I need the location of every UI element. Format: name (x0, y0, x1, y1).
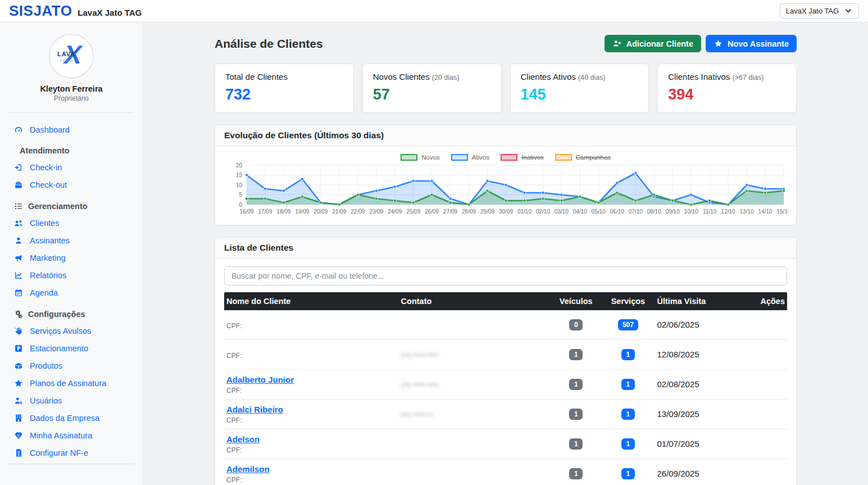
sidebar-item-label: Minha Assinatura (30, 431, 92, 440)
table-row: CPF: (••) •••••-••••1112/08/2025 (224, 340, 787, 370)
hand-sparkles-icon (13, 326, 23, 336)
profile-role: Proprietário (0, 94, 143, 102)
last-visit-date: 26/09/2025 (657, 469, 699, 478)
chart-legend: NovosAtivosInativosCampanhas (224, 154, 787, 161)
sidebar-divider-bottom (9, 464, 134, 464)
stat-label: Novos Clientes (20 dias) (373, 72, 491, 81)
services-badge: 1 (621, 379, 635, 390)
sidebar-item-label: Configurar NF-e (30, 448, 88, 457)
user-icon (13, 235, 23, 245)
sidebar-item-dados-da-empresa[interactable]: Dados da Empresa (0, 409, 143, 427)
client-name-link[interactable]: Ademilson (226, 464, 270, 474)
legend-item-inativos[interactable]: Inativos (501, 154, 544, 161)
gem-icon (13, 430, 23, 440)
sidebar-item-dashboard[interactable]: Dashboard (0, 121, 143, 138)
svg-text:13/10: 13/10 (740, 208, 754, 215)
svg-text:10/10: 10/10 (684, 208, 698, 215)
sidebar-divider (9, 112, 134, 113)
svg-text:16/09: 16/09 (239, 208, 253, 215)
client-name-link[interactable]: Adalci Ribeiro (226, 405, 283, 414)
services-badge: 1 (621, 468, 635, 479)
client-name-link[interactable]: Adelson (226, 434, 260, 444)
adicionar-cliente-button[interactable]: Adicionar Cliente (605, 35, 701, 52)
client-contact: (••) •••••-•••• (401, 380, 439, 389)
svg-text:19/09: 19/09 (295, 208, 309, 215)
client-cpf: CPF: (226, 322, 397, 330)
vehicles-badge: 0 (569, 319, 583, 330)
legend-swatch (555, 154, 572, 161)
main-content: Análise de Clientes Adicionar ClienteNov… (143, 22, 868, 485)
svg-text:24/09: 24/09 (388, 208, 402, 215)
app-logo: SISJATO (9, 2, 72, 20)
services-badge: 1 (621, 409, 635, 420)
sidebar-item-servicos-avulsos[interactable]: Serviços Avulsos (0, 322, 143, 339)
svg-text:17/09: 17/09 (258, 208, 272, 215)
client-cpf: CPF: (226, 352, 397, 360)
column-header-veiculos: Veículos (551, 292, 601, 310)
avatar-logo-top: LAVA (57, 51, 75, 57)
stat-sublabel: (40 dias) (578, 74, 606, 81)
sidebar-heading-configuracoes: Configurações (0, 301, 143, 322)
legend-item-novos[interactable]: Novos (401, 154, 440, 161)
building-icon (13, 413, 23, 423)
sidebar-item-clientes[interactable]: Clientes (0, 214, 143, 232)
clients-table-body: CPF: 050702/06/2025CPF: (••) •••••-••••1… (224, 310, 787, 485)
vehicles-badge: 1 (569, 468, 583, 479)
sidebar-item-relatorios[interactable]: Relatórios (0, 266, 143, 284)
gears-icon (13, 309, 23, 319)
last-visit-date: 02/08/2025 (657, 379, 699, 389)
row-actions (742, 441, 787, 447)
legend-label: Ativos (472, 154, 489, 161)
svg-text:11/10: 11/10 (703, 208, 717, 215)
sidebar-item-estacionamento[interactable]: Estacionamento (0, 339, 143, 357)
sidebar-item-usuarios[interactable]: Usuários (0, 392, 143, 409)
legend-item-ativos[interactable]: Ativos (451, 154, 489, 161)
branch-selector-value: LavaX Jato TAG (786, 7, 839, 15)
column-header-servicos: Serviços (601, 292, 655, 310)
sidebar-item-label: Planos de Assinatura (30, 379, 106, 388)
sidebar-item-label: Marketing (30, 253, 66, 262)
stat-sublabel: (>67 dias) (732, 74, 764, 81)
search-input[interactable] (224, 266, 787, 285)
services-badge: 507 (618, 319, 638, 330)
stat-value: 732 (225, 86, 343, 103)
svg-text:21/09: 21/09 (332, 208, 346, 215)
sidebar-item-assinantes[interactable]: Assinantes (0, 232, 143, 249)
branch-selector[interactable]: LavaX Jato TAG (780, 3, 859, 19)
vehicles-badge: 1 (569, 379, 583, 390)
user-plus-icon (612, 39, 622, 48)
client-name-link[interactable]: Adalberto Junior (226, 375, 294, 384)
stats-row: Total de Clientes732Novos Clientes (20 d… (215, 64, 797, 113)
novo-assinante-button[interactable]: Novo Assinante (706, 35, 797, 52)
sidebar-item-check-out[interactable]: Check-out (0, 176, 143, 193)
chart-card-title: Evolução de Clientes (Últimos 30 dias) (215, 125, 796, 146)
clients-table: Nome do ClienteContatoVeículosServiçosÚl… (224, 292, 787, 485)
sidebar-item-planos-de-assinatura[interactable]: Planos de Assinatura (0, 374, 143, 392)
stat-value: 57 (373, 86, 491, 103)
sidebar-heading-gerenciamento: Gerenciamento (0, 193, 143, 214)
sidebar-item-produtos[interactable]: Produtos (0, 357, 143, 374)
sidebar-item-minha-assinatura[interactable]: Minha Assinatura (0, 427, 143, 444)
sidebar-item-check-in[interactable]: Check-in (0, 158, 143, 176)
table-row: CPF: 050702/06/2025 (224, 310, 787, 340)
sidebar-item-agenda[interactable]: Agenda (0, 284, 143, 301)
parking-icon (13, 343, 23, 353)
table-row: Adalberto JuniorCPF: (••) •••••-••••1102… (224, 370, 787, 400)
avatar-logo-bottom: JATO (60, 58, 74, 62)
svg-text:5: 5 (239, 192, 242, 198)
svg-text:20/09: 20/09 (313, 208, 328, 215)
stat-value: 145 (521, 86, 639, 103)
sidebar-item-configurar-nf-e[interactable]: $Configurar NF-e (0, 444, 143, 461)
column-header-nome-do-cliente: Nome do Cliente (224, 292, 399, 310)
legend-item-campanhas[interactable]: Campanhas (555, 154, 611, 161)
legend-label: Inativos (521, 154, 544, 161)
svg-text:05/10: 05/10 (592, 208, 606, 215)
sidebar-item-marketing[interactable]: Marketing (0, 249, 143, 266)
client-cpf: CPF: (226, 387, 397, 395)
clients-table-header: Nome do ClienteContatoVeículosServiçosÚl… (224, 292, 787, 310)
svg-text:10: 10 (236, 182, 243, 188)
svg-text:22/09: 22/09 (351, 208, 365, 215)
user-gear-icon (13, 396, 23, 405)
legend-swatch (501, 154, 517, 161)
brand: SISJATO LavaX Jato TAG (9, 2, 142, 20)
